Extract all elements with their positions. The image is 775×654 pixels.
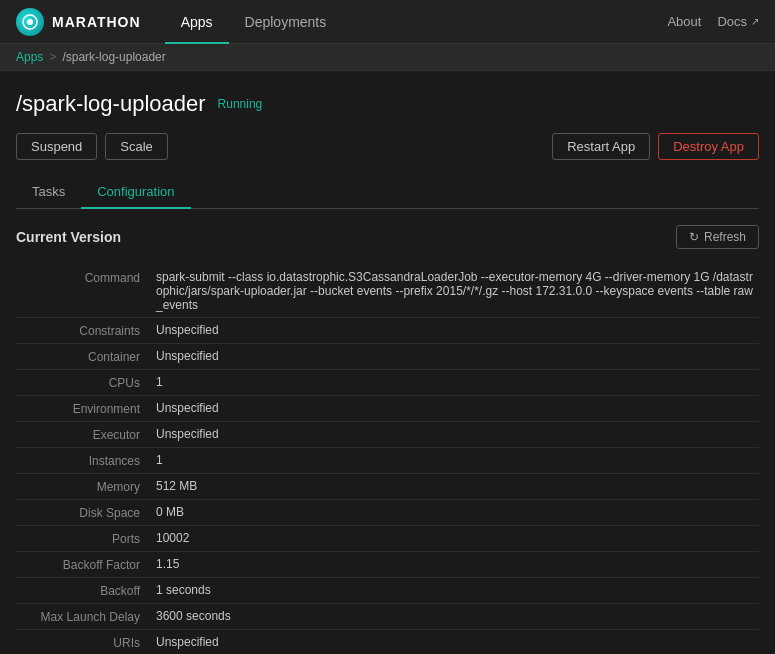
config-label: Instances (16, 453, 156, 468)
config-row: ContainerUnspecified (16, 344, 759, 370)
logo-icon (16, 8, 44, 36)
external-link-icon: ↗ (751, 16, 759, 27)
config-row: EnvironmentUnspecified (16, 396, 759, 422)
config-label: Backoff (16, 583, 156, 598)
destroy-app-button[interactable]: Destroy App (658, 133, 759, 160)
app-title-row: /spark-log-uploader Running (16, 91, 759, 117)
current-version-section: Current Version ↻ Refresh Commandspark-s… (16, 209, 759, 654)
config-value: 10002 (156, 531, 759, 546)
about-link[interactable]: About (667, 14, 701, 29)
config-value: 0 MB (156, 505, 759, 520)
config-row: Backoff Factor1.15 (16, 552, 759, 578)
config-value: Unspecified (156, 349, 759, 364)
config-label: Backoff Factor (16, 557, 156, 572)
breadcrumb: Apps > /spark-log-uploader (0, 44, 775, 71)
breadcrumb-separator: > (49, 50, 56, 64)
config-row: CPUs1 (16, 370, 759, 396)
config-row: Memory512 MB (16, 474, 759, 500)
svg-point-1 (27, 19, 33, 25)
section-header: Current Version ↻ Refresh (16, 225, 759, 249)
logo-area: MARATHON (16, 8, 141, 36)
restart-app-button[interactable]: Restart App (552, 133, 650, 160)
config-label: Disk Space (16, 505, 156, 520)
left-actions: Suspend Scale (16, 133, 168, 160)
config-value: 3600 seconds (156, 609, 759, 624)
config-label: CPUs (16, 375, 156, 390)
config-label: Executor (16, 427, 156, 442)
scale-button[interactable]: Scale (105, 133, 168, 160)
config-label: Container (16, 349, 156, 364)
config-label: Max Launch Delay (16, 609, 156, 624)
docs-link[interactable]: Docs ↗ (717, 14, 759, 29)
config-row: URIsUnspecified (16, 630, 759, 654)
config-value: Unspecified (156, 427, 759, 442)
tab-configuration[interactable]: Configuration (81, 176, 190, 209)
refresh-icon: ↻ (689, 230, 699, 244)
config-value: Unspecified (156, 323, 759, 338)
nav-links: Apps Deployments (165, 0, 668, 44)
tabs: Tasks Configuration (16, 176, 759, 209)
config-row: Max Launch Delay3600 seconds (16, 604, 759, 630)
config-row: Backoff1 seconds (16, 578, 759, 604)
breadcrumb-apps-link[interactable]: Apps (16, 50, 43, 64)
config-row: Commandspark-submit --class io.datastrop… (16, 265, 759, 318)
config-label: Ports (16, 531, 156, 546)
config-row: Instances1 (16, 448, 759, 474)
config-value: 1 seconds (156, 583, 759, 598)
config-value: Unspecified (156, 635, 759, 650)
config-label: Memory (16, 479, 156, 494)
config-value: 512 MB (156, 479, 759, 494)
page-title: /spark-log-uploader (16, 91, 206, 117)
config-label: Environment (16, 401, 156, 416)
logo-text: MARATHON (52, 14, 141, 30)
status-badge: Running (218, 97, 263, 111)
config-row: ExecutorUnspecified (16, 422, 759, 448)
config-value: 1 (156, 375, 759, 390)
config-label: Command (16, 270, 156, 312)
config-value: Unspecified (156, 401, 759, 416)
config-table: Commandspark-submit --class io.datastrop… (16, 265, 759, 654)
config-row: ConstraintsUnspecified (16, 318, 759, 344)
config-value: spark-submit --class io.datastrophic.S3C… (156, 270, 759, 312)
nav-right: About Docs ↗ (667, 14, 759, 29)
breadcrumb-current: /spark-log-uploader (62, 50, 165, 64)
page-content: /spark-log-uploader Running Suspend Scal… (0, 71, 775, 654)
config-label: URIs (16, 635, 156, 650)
action-row: Suspend Scale Restart App Destroy App (16, 133, 759, 160)
config-value: 1 (156, 453, 759, 468)
nav-apps[interactable]: Apps (165, 0, 229, 44)
config-value: 1.15 (156, 557, 759, 572)
suspend-button[interactable]: Suspend (16, 133, 97, 160)
top-nav: MARATHON Apps Deployments About Docs ↗ (0, 0, 775, 44)
config-row: Ports10002 (16, 526, 759, 552)
nav-deployments[interactable]: Deployments (229, 0, 343, 44)
config-row: Disk Space0 MB (16, 500, 759, 526)
refresh-button[interactable]: ↻ Refresh (676, 225, 759, 249)
section-title: Current Version (16, 229, 121, 245)
tab-tasks[interactable]: Tasks (16, 176, 81, 209)
config-label: Constraints (16, 323, 156, 338)
right-actions: Restart App Destroy App (552, 133, 759, 160)
